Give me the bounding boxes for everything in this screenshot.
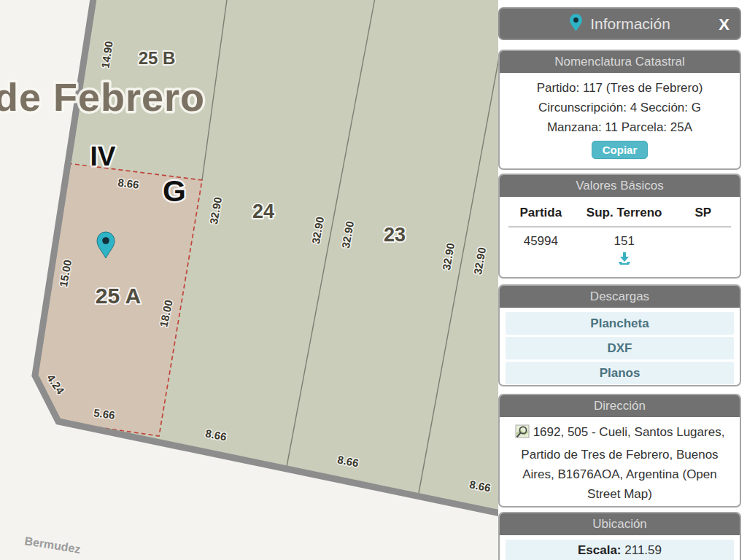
cadastral-viewer: de Febrero IV G 25 B 24 23 25 A 14.90 8.… — [0, 0, 747, 560]
scale-row: Escala: 211.59 — [506, 540, 734, 560]
copy-button[interactable]: Copiar — [592, 141, 649, 159]
download-planos-button[interactable]: Planos — [506, 362, 734, 384]
scale-label: Escala: — [578, 543, 622, 557]
section-direccion-title: Dirección — [500, 395, 740, 417]
column-header-sp: SP — [674, 206, 732, 220]
section-descargas: Descargas Plancheta DXF Planos — [498, 284, 741, 386]
address-text: 1692, 505 - Cueli, Santos Lugares, Parti… — [521, 425, 724, 501]
map-pin-icon — [569, 13, 583, 35]
section-nomenclatura: Nomenclatura Catastral Partido: 117 (Tre… — [498, 50, 741, 170]
section-nomenclatura-title: Nomenclatura Catastral — [500, 51, 740, 73]
table-row: 45994 151 — [500, 228, 740, 249]
city-label: de Febrero — [0, 75, 205, 119]
close-icon[interactable]: X — [719, 15, 729, 35]
section-ubicacion: Ubicación Escala: 211.59 — [498, 512, 741, 560]
dimension-label: 8.66 — [117, 176, 140, 190]
value-partida: 45994 — [507, 234, 575, 249]
circunscripcion-label: IV — [90, 141, 116, 171]
download-icon — [616, 257, 632, 268]
parcel-label-25a: 25 A — [96, 284, 141, 308]
column-header-partida: Partida — [507, 206, 575, 220]
parcel-label-23: 23 — [384, 224, 406, 246]
download-dxf-button[interactable]: DXF — [506, 337, 734, 359]
section-ubicacion-title: Ubicación — [500, 513, 740, 535]
info-panel: Información X Nomenclatura Catastral Par… — [498, 0, 741, 560]
section-descargas-title: Descargas — [500, 286, 740, 308]
section-valores: Valores Básicos Partida Sup. Terreno SP … — [498, 174, 741, 279]
download-button[interactable] — [616, 252, 632, 268]
section-direccion: Dirección 1692, 505 - Cueli, Santos Luga… — [498, 394, 741, 508]
map-search-icon — [515, 424, 530, 445]
panel-title: Información — [590, 15, 670, 33]
panel-title-bar: Información X — [498, 7, 741, 40]
download-plancheta-button[interactable]: Plancheta — [506, 312, 734, 335]
nomenclatura-manzana-parcela: Manzana: 11 Parcela: 25A — [500, 117, 740, 137]
parcel-label-24: 24 — [252, 201, 274, 222]
section-valores-title: Valores Básicos — [500, 175, 740, 197]
nomenclatura-circunscripcion-seccion: Circunscripción: 4 Sección: G — [500, 98, 740, 117]
scale-value: 211.59 — [624, 543, 662, 557]
parcel-label-25b: 25 B — [139, 48, 176, 68]
nomenclatura-partido: Partido: 117 (Tres de Febrero) — [500, 78, 740, 98]
map-canvas[interactable]: de Febrero IV G 25 B 24 23 25 A 14.90 8.… — [0, 0, 498, 560]
value-sup-terreno: 151 — [575, 234, 674, 249]
value-sp — [674, 234, 732, 249]
seccion-label: G — [163, 174, 186, 208]
column-header-sup-terreno: Sup. Terreno — [575, 206, 674, 220]
